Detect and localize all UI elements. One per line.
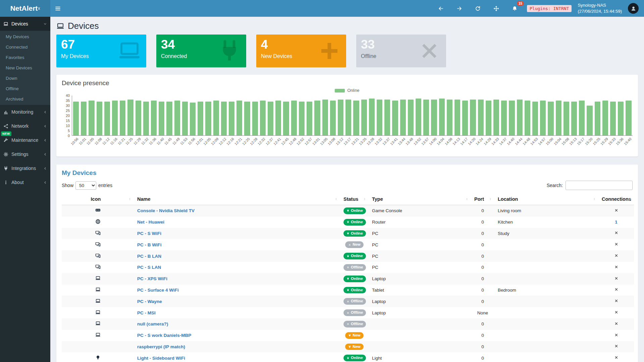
sidebar-subitem-favorites[interactable]: Favorites [0, 52, 50, 63]
delete-connection-icon[interactable] [614, 344, 619, 348]
chart-bar [595, 102, 600, 135]
sidebar-subitem-my-devices[interactable]: My Devices [0, 32, 50, 42]
device-name-cell: PC - S work Daniels-MBP [134, 330, 340, 341]
infobox-value: 67 [61, 38, 142, 52]
presence-chart: 0510152025303540 [62, 96, 633, 136]
column-header-icon[interactable]: Icon [62, 193, 134, 205]
chart-x-label: 11:40 [158, 136, 164, 152]
delete-connection-icon[interactable] [614, 333, 619, 337]
search-input[interactable] [566, 181, 633, 190]
chart-x-label: 12:57 [307, 136, 312, 152]
chart-bar [610, 102, 616, 135]
device-link[interactable]: PC - B WiFi [137, 242, 162, 247]
device-link[interactable]: PC - Surface 4 WiFi [137, 288, 179, 293]
back-button[interactable] [435, 4, 447, 13]
device-type-cell: PC [369, 250, 471, 262]
device-connections-cell [598, 307, 634, 318]
device-link[interactable]: null (camera?) [137, 321, 168, 326]
delete-connection-icon[interactable] [614, 242, 619, 246]
infobox-offline[interactable]: 33 Offline [356, 35, 446, 67]
chart-x-label: 12:21 [236, 136, 242, 152]
infobox-new-devices[interactable]: 4 New Devices [256, 35, 346, 67]
device-link[interactable]: PC - S work Daniels-MBP [137, 333, 191, 338]
device-location-cell [494, 296, 598, 307]
devices-table: Icon Name Status Type Port Location Co [62, 193, 634, 362]
plug-icon [346, 277, 350, 280]
sidebar-item-settings[interactable]: Settings [0, 147, 50, 161]
sidebar-item-integrations[interactable]: Integrations [0, 161, 50, 175]
column-header-connections[interactable]: Connections [598, 193, 634, 205]
chart-x-label: 13:41 [392, 136, 398, 152]
device-row: PC - XPS WiFi Online Laptop 0 [62, 273, 634, 285]
sidebar-item-monitoring[interactable]: Monitoring [0, 105, 50, 119]
delete-connection-icon[interactable] [614, 287, 619, 292]
sidebar-toggle-button[interactable] [52, 4, 64, 13]
delete-connection-icon[interactable] [614, 253, 619, 258]
move-button[interactable] [490, 4, 502, 13]
device-link[interactable]: PC - XPS WiFi [137, 276, 167, 281]
chart-bar [73, 102, 79, 135]
sidebar-subitem-down[interactable]: Down [0, 73, 50, 83]
user-avatar[interactable] [628, 3, 639, 14]
column-header-name[interactable]: Name [134, 193, 340, 205]
delete-connection-icon[interactable] [614, 276, 619, 281]
device-connections-cell [598, 285, 634, 296]
chart-bar [198, 102, 203, 135]
delete-connection-icon[interactable] [614, 231, 619, 235]
forward-button[interactable] [453, 4, 466, 13]
chart-bar [618, 102, 624, 135]
delete-connection-icon[interactable] [614, 208, 619, 213]
device-link[interactable]: Light - Sideboard WiFi [137, 356, 185, 361]
move-arrows-icon [493, 6, 499, 11]
device-status-cell: Online [340, 217, 369, 228]
device-link[interactable]: Net - Huawei [137, 220, 164, 225]
refresh-button[interactable] [472, 4, 484, 13]
chart-x-label: 11:25 [127, 136, 133, 152]
chart-x-label: 12:52 [299, 136, 304, 152]
connections-count-link[interactable]: 1 [615, 220, 618, 225]
chart-x-label: 13:37 [384, 136, 390, 152]
infobox-my-devices[interactable]: 67 My Devices [56, 35, 146, 67]
column-header-status[interactable]: Status [340, 193, 369, 205]
sidebar-item-devices[interactable]: Devices [0, 17, 50, 31]
laptop-icon [95, 276, 101, 281]
sidebar-subitem-connected[interactable]: Connected [0, 42, 50, 52]
device-link[interactable]: PC - B LAN [137, 254, 161, 259]
column-header-port[interactable]: Port [471, 193, 494, 205]
chart-bar [408, 100, 414, 135]
plug-icon [3, 166, 8, 171]
device-link[interactable]: PC - MSI [137, 310, 156, 315]
chart-bar [283, 102, 289, 135]
device-link[interactable]: PC - S LAN [137, 265, 161, 270]
delete-connection-icon[interactable] [614, 321, 619, 326]
chart-bar [236, 101, 242, 135]
page-size-select[interactable]: 50 [75, 181, 96, 190]
delete-connection-icon[interactable] [614, 355, 619, 360]
sort-icon [628, 197, 632, 201]
delete-connection-icon[interactable] [614, 299, 619, 303]
app-logo[interactable]: NetAlertx [0, 0, 50, 17]
column-header-type[interactable]: Type [369, 193, 471, 205]
plugins-status-label[interactable]: Plugins: INTRNT [527, 5, 572, 12]
sidebar-subitem-new-devices[interactable]: New Devices [0, 63, 50, 73]
infobox-connected[interactable]: 34 Connected [156, 35, 246, 67]
device-link[interactable]: PC - S WiFi [137, 231, 161, 236]
delete-connection-icon[interactable] [614, 265, 619, 269]
sidebar-subitem-offline[interactable]: Offline [0, 83, 50, 94]
device-link[interactable]: raspberrypi (IP match) [137, 344, 185, 349]
sort-icon [592, 197, 596, 201]
chart-bar [439, 99, 445, 135]
device-link[interactable]: PC - Wayne [137, 299, 162, 304]
device-status-cell: Online [340, 352, 369, 362]
sidebar-subitem-archived[interactable]: Archived [0, 94, 50, 104]
device-link[interactable]: Console - Nvidia Shield TV [137, 208, 195, 213]
arrow-left-icon [438, 6, 444, 11]
device-name-cell: PC - B WiFi [134, 239, 340, 250]
delete-connection-icon[interactable] [614, 310, 619, 314]
notifications-button[interactable]: 15 [508, 4, 521, 13]
column-header-location[interactable]: Location [494, 193, 598, 205]
sidebar-item-network[interactable]: NetworkNEW [0, 119, 50, 133]
laptop-icon [56, 22, 64, 30]
chart-bar [159, 102, 164, 135]
sidebar-item-about[interactable]: About [0, 175, 50, 189]
